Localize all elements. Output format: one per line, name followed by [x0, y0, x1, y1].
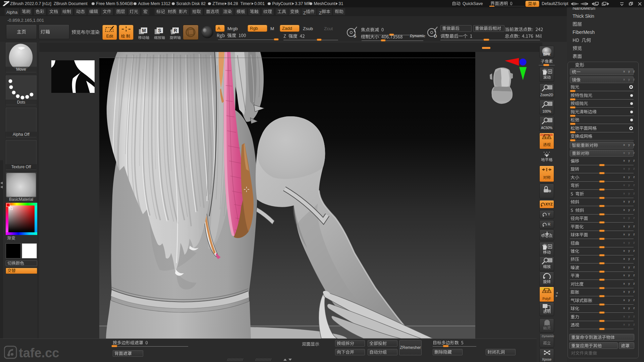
- svg-text:S: S: [158, 28, 161, 33]
- svg-text:S: S: [354, 34, 356, 39]
- svg-text:R: R: [174, 28, 177, 33]
- svg-text:D: D: [434, 34, 437, 39]
- svg-text:tafe.cc: tafe.cc: [19, 346, 59, 359]
- svg-text:M: M: [142, 28, 146, 33]
